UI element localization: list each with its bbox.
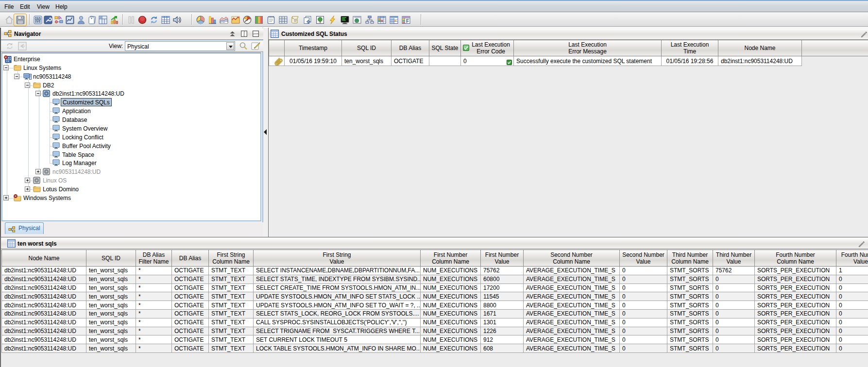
svg-text:F: F (406, 18, 409, 24)
